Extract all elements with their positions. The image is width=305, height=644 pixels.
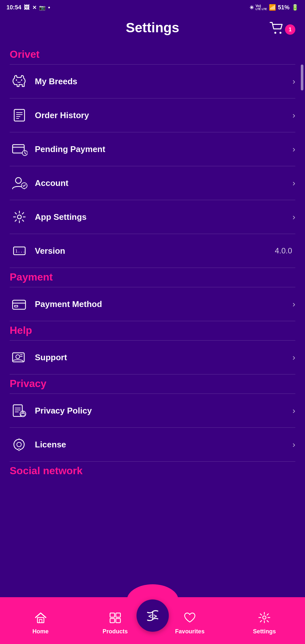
my-breeds-label: My Breeds xyxy=(35,77,292,87)
section-privacy: Privacy Privacy Policy › xyxy=(10,378,295,462)
menu-item-account[interactable]: Account › xyxy=(10,166,295,200)
cart-badge[interactable]: 1 xyxy=(285,24,295,35)
bottom-nav: Home Products xyxy=(0,597,305,644)
products-icon xyxy=(109,612,122,626)
section-orivet: Orivet My Breeds › xyxy=(10,48,295,268)
svg-point-44 xyxy=(263,616,266,619)
svg-rect-19 xyxy=(13,300,25,309)
nav-item-center[interactable] xyxy=(130,599,175,634)
status-time: 10:54 xyxy=(6,4,21,11)
settings-icon xyxy=(258,612,270,626)
status-instagram-icon: 📷 xyxy=(39,5,46,11)
dog-icon xyxy=(10,72,29,91)
svg-rect-37 xyxy=(37,618,44,623)
svg-point-0 xyxy=(274,32,276,34)
cart-area[interactable]: 1 xyxy=(269,22,295,37)
svg-point-3 xyxy=(21,79,22,81)
svg-rect-42 xyxy=(116,618,120,623)
support-arrow: › xyxy=(292,353,295,363)
pending-payment-icon xyxy=(10,139,29,159)
my-breeds-arrow: › xyxy=(292,77,295,87)
privacy-policy-arrow: › xyxy=(292,406,295,416)
svg-rect-40 xyxy=(116,613,120,617)
menu-item-my-breeds[interactable]: My Breeds › xyxy=(10,65,295,98)
account-icon xyxy=(10,173,29,193)
section-title-privacy: Privacy xyxy=(10,378,295,390)
heart-icon xyxy=(183,612,196,626)
svg-rect-21 xyxy=(15,305,18,307)
section-social-network: Social network xyxy=(10,465,295,477)
voip-lte-icon: Vo) LTE LTE xyxy=(256,4,267,11)
favourites-nav-label: Favourites xyxy=(175,628,205,635)
settings-nav-label: Settings xyxy=(253,628,276,635)
nav-item-settings[interactable]: Settings xyxy=(242,612,287,638)
svg-point-33 xyxy=(17,442,21,447)
products-nav-label: Products xyxy=(103,628,128,635)
support-label: Support xyxy=(35,353,292,363)
menu-item-pending-payment[interactable]: Pending Payment › xyxy=(10,132,295,166)
status-left: 10:54 🖼 ✕ 📷 • xyxy=(6,4,50,11)
menu-item-support[interactable]: Support › xyxy=(10,341,295,374)
order-history-arrow: › xyxy=(292,110,295,120)
status-photo-icon: 🖼 xyxy=(24,4,30,11)
svg-point-36 xyxy=(18,449,20,451)
svg-point-32 xyxy=(14,439,24,450)
home-icon xyxy=(35,612,47,626)
app-settings-arrow: › xyxy=(292,212,295,222)
version-icon: 1... xyxy=(10,241,29,261)
svg-point-23 xyxy=(16,355,20,359)
privacy-policy-label: Privacy Policy xyxy=(35,406,292,416)
page-title: Settings xyxy=(126,20,179,36)
section-payment: Payment Payment Method › xyxy=(10,271,295,321)
nav-item-home[interactable]: Home xyxy=(18,612,63,638)
order-history-icon xyxy=(10,106,29,125)
status-bar: 10:54 🖼 ✕ 📷 • ✳ Vo) LTE LTE 📶 51% 🔋 xyxy=(0,0,305,14)
svg-point-1 xyxy=(280,32,281,34)
signal-icon: 📶 xyxy=(269,4,276,11)
svg-text:1...: 1... xyxy=(15,249,25,253)
section-title-help: Help xyxy=(10,324,295,336)
menu-item-payment-method[interactable]: Payment Method › xyxy=(10,287,295,321)
svg-point-16 xyxy=(17,215,21,219)
pending-payment-arrow: › xyxy=(292,144,295,154)
menu-item-version: 1... Version 4.0.0 xyxy=(10,234,295,268)
menu-list-help: Support › xyxy=(10,340,295,374)
header: Settings 1 xyxy=(0,14,305,45)
home-nav-label: Home xyxy=(33,628,49,635)
scroll-indicator xyxy=(301,65,303,90)
section-help: Help Support › xyxy=(10,324,295,374)
svg-point-2 xyxy=(16,79,17,81)
svg-point-14 xyxy=(15,178,21,183)
license-arrow: › xyxy=(292,440,295,450)
payment-method-arrow: › xyxy=(292,299,295,309)
menu-list-privacy: Privacy Policy › License › xyxy=(10,394,295,462)
section-title-payment: Payment xyxy=(10,271,295,283)
menu-list-orivet: My Breeds › Order History › xyxy=(10,64,295,268)
bluetooth-icon: ✳ xyxy=(249,5,254,11)
account-label: Account xyxy=(35,178,292,188)
menu-item-license[interactable]: License › xyxy=(10,428,295,462)
cart-icon[interactable] xyxy=(269,22,284,37)
menu-list-payment: Payment Method › xyxy=(10,287,295,321)
version-label: Version xyxy=(35,246,275,256)
section-title-orivet: Orivet xyxy=(10,48,295,60)
battery-icon: 🔋 xyxy=(291,4,299,11)
privacy-policy-icon xyxy=(10,401,29,420)
payment-method-icon xyxy=(10,294,29,314)
account-arrow: › xyxy=(292,178,295,188)
menu-item-order-history[interactable]: Order History › xyxy=(10,98,295,132)
center-btn[interactable] xyxy=(137,599,169,632)
battery-percent: 51% xyxy=(278,4,290,11)
menu-item-app-settings[interactable]: App Settings › xyxy=(10,200,295,234)
section-title-social-network: Social network xyxy=(10,465,295,477)
status-right: ✳ Vo) LTE LTE 📶 51% 🔋 xyxy=(249,4,299,11)
menu-item-privacy-policy[interactable]: Privacy Policy › xyxy=(10,394,295,428)
svg-rect-41 xyxy=(110,618,115,623)
version-value: 4.0.0 xyxy=(275,246,292,255)
support-icon xyxy=(10,348,29,367)
license-label: License xyxy=(35,440,292,450)
app-settings-icon xyxy=(10,207,29,227)
license-icon xyxy=(10,435,29,454)
app-settings-label: App Settings xyxy=(35,212,292,222)
svg-rect-38 xyxy=(39,619,42,623)
